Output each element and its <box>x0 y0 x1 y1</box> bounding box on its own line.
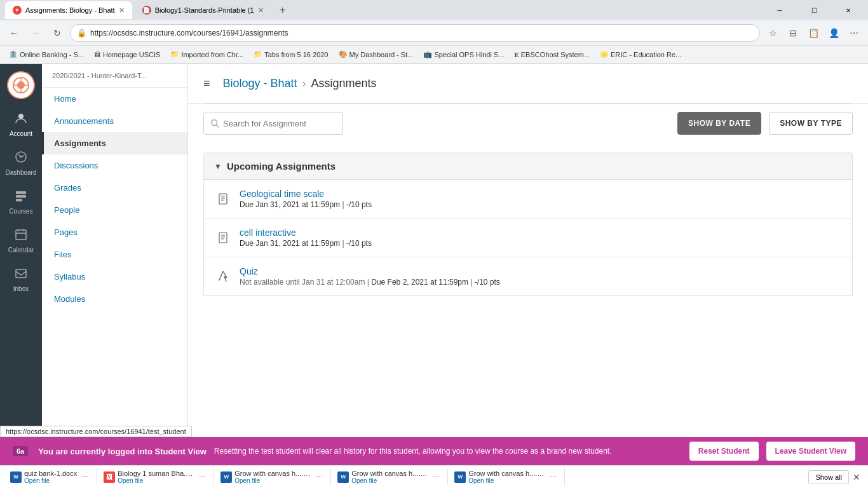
global-nav-calendar[interactable]: Calendar <box>3 222 39 259</box>
assignment-item-geo: Geological time scale Due Jan 31, 2021 a… <box>204 180 852 219</box>
course-nav-files[interactable]: Files <box>42 243 187 266</box>
download-item-3: W Grow with canvas h....docx Open file ⋯ <box>215 468 331 485</box>
course-nav-pages[interactable]: Pages <box>42 221 187 243</box>
tab-strip: ✦ Assignments: Biology - Bhatt ✕ 📄 Biolo… <box>5 1 292 19</box>
course-nav-people[interactable]: People <box>42 199 187 221</box>
download-item-2: 🖼 Biology 1 suman Bha....jpg Open file ⋯ <box>98 468 214 485</box>
bookmark-icon-eric: 🌟 <box>600 50 609 58</box>
back-button[interactable]: ← <box>5 24 23 42</box>
settings-icon[interactable]: ⋯ <box>845 24 863 42</box>
reading-mode-icon[interactable]: ⊟ <box>784 24 802 42</box>
download-filename-4: Grow with canvas h....docx <box>351 470 428 477</box>
download-open-5[interactable]: Open file <box>468 477 545 484</box>
maximize-button[interactable]: ☐ <box>799 0 829 20</box>
dashboard-label: Dashboard <box>6 169 37 176</box>
bookmark-special-ops[interactable]: 📺 Special OPS Hindi S... <box>419 49 508 60</box>
minimize-button[interactable]: ─ <box>765 0 794 20</box>
account-icon <box>14 111 28 128</box>
navigation-bar: ← → ↻ 🔒 https://ocsdsc.instructure.com/c… <box>0 20 868 46</box>
bookmark-icon-tabs: 📁 <box>254 50 262 58</box>
section-toggle[interactable]: ▼ <box>214 162 222 171</box>
bookmark-eric[interactable]: 🌟 ERIC - Education Re... <box>596 49 685 60</box>
download-more-3[interactable]: ⋯ <box>313 471 325 482</box>
download-item-1: W quiz bank-1.docx Open file ⋯ <box>5 468 97 485</box>
course-nav-grades[interactable]: Grades <box>42 177 187 199</box>
reload-button[interactable]: ↻ <box>48 24 66 42</box>
assignment-avail-quiz: Not available until Jan 31 at 12:00am <box>240 278 365 287</box>
forward-button[interactable]: → <box>27 24 44 42</box>
download-icon-3: W <box>220 471 232 483</box>
assignment-name-cell[interactable]: cell interactive <box>240 227 296 238</box>
show-all-button[interactable]: Show all <box>808 470 849 484</box>
reset-student-button[interactable]: Reset Student <box>689 442 759 461</box>
course-nav-home[interactable]: Home <box>42 88 187 110</box>
download-more-1[interactable]: ⋯ <box>79 471 92 482</box>
tab-active[interactable]: ✦ Assignments: Biology - Bhatt ✕ <box>5 1 132 19</box>
download-icon-2: 🖼 <box>104 471 115 483</box>
bookmark-dashboard[interactable]: 🎨 My Dashboard - St... <box>335 49 417 60</box>
course-nav-modules[interactable]: Modules <box>42 288 187 310</box>
hamburger-button[interactable]: ≡ <box>203 77 210 90</box>
bookmark-uscis[interactable]: 🏛 Homepage USCIS <box>90 50 165 60</box>
tab-favicon-2: 📄 <box>142 6 151 15</box>
courses-label: Courses <box>9 208 32 215</box>
assignment-pts-geo: -/10 pts <box>346 200 372 209</box>
collections-icon[interactable]: 📋 <box>804 24 822 42</box>
search-input[interactable] <box>223 119 336 128</box>
download-more-2[interactable]: ⋯ <box>196 471 208 482</box>
assignment-name-geo[interactable]: Geological time scale <box>240 189 324 199</box>
search-box[interactable] <box>203 112 343 135</box>
close-button[interactable]: ✕ <box>834 0 863 20</box>
bookmark-icon-uscis: 🏛 <box>94 51 101 58</box>
address-bar[interactable]: 🔒 https://ocsdsc.instructure.com/courses… <box>70 24 760 42</box>
logo[interactable] <box>5 69 37 101</box>
download-name-4: Grow with canvas h....docx Open file <box>351 470 428 484</box>
new-tab-button[interactable]: + <box>274 1 292 19</box>
show-by-date-button[interactable]: SHOW BY DATE <box>677 112 761 135</box>
download-icon-1: W <box>10 471 22 483</box>
assignment-pts-quiz: -/10 pts <box>475 278 500 287</box>
bookmark-banking[interactable]: 🏦 Online Banking - S... <box>5 49 88 60</box>
course-nav-syllabus[interactable]: Syllabus <box>42 266 187 288</box>
tab-inactive[interactable]: 📄 Biology1-Standards-Printable (1 ✕ <box>135 1 271 19</box>
global-nav-inbox[interactable]: Inbox <box>3 261 39 297</box>
course-sidebar: 2020/2021 - Hunter-Kinard-T... Home Anno… <box>42 64 188 488</box>
assignment-icon-geo <box>214 190 232 208</box>
course-nav-announcements[interactable]: Announcements <box>42 110 187 132</box>
breadcrumb-current: Assignments <box>311 77 377 90</box>
download-open-4[interactable]: Open file <box>351 477 428 484</box>
global-nav-dashboard[interactable]: Dashboard <box>3 145 39 181</box>
bookmark-imported[interactable]: 📁 Imported from Chr... <box>166 49 247 60</box>
assignment-meta-cell: Due Jan 31, 2021 at 11:59pm | -/10 pts <box>240 239 842 248</box>
download-icon-4: W <box>337 471 349 483</box>
app-layout: Account Dashboard Courses <box>0 64 868 488</box>
assignment-name-quiz[interactable]: Quiz <box>240 266 258 276</box>
download-open-1[interactable]: Open file <box>24 477 77 484</box>
global-nav-account[interactable]: Account <box>3 106 39 142</box>
course-nav-discussions[interactable]: Discussions <box>42 154 187 177</box>
tab-close-1[interactable]: ✕ <box>119 6 125 15</box>
search-icon <box>210 119 219 128</box>
bookmark-tabs[interactable]: 📁 Tabs from 5 16 2020 <box>250 49 332 60</box>
bookmark-star-icon[interactable]: ☆ <box>764 24 782 42</box>
download-filename-5: Grow with canvas h....docx <box>468 470 545 477</box>
download-open-3[interactable]: Open file <box>234 477 311 484</box>
assignment-due-cell: Due Jan 31, 2021 at 11:59pm <box>240 239 340 248</box>
show-by-type-button[interactable]: SHOW BY TYPE <box>769 112 853 135</box>
bookmark-ebsco[interactable]: E EBSCOhost System... <box>510 50 593 60</box>
tab-close-2[interactable]: ✕ <box>258 6 264 15</box>
profile-icon[interactable]: 👤 <box>825 24 843 42</box>
download-more-5[interactable]: ⋯ <box>547 471 559 482</box>
assignment-details-quiz: Quiz Not available until Jan 31 at 12:00… <box>240 266 842 287</box>
assignment-item-cell: cell interactive Due Jan 31, 2021 at 11:… <box>204 219 852 257</box>
course-nav-assignments[interactable]: Assignments <box>42 132 187 154</box>
breadcrumb-course[interactable]: Biology - Bhatt <box>223 77 297 90</box>
download-open-2[interactable]: Open file <box>118 477 194 484</box>
leave-student-view-button[interactable]: Leave Student View <box>766 442 855 461</box>
svg-rect-14 <box>16 269 26 278</box>
download-more-4[interactable]: ⋯ <box>430 471 442 482</box>
global-nav-courses[interactable]: Courses <box>3 184 39 220</box>
account-label: Account <box>10 130 32 137</box>
student-badge: 6a <box>13 446 28 456</box>
close-downloads-button[interactable]: ✕ <box>850 470 863 485</box>
